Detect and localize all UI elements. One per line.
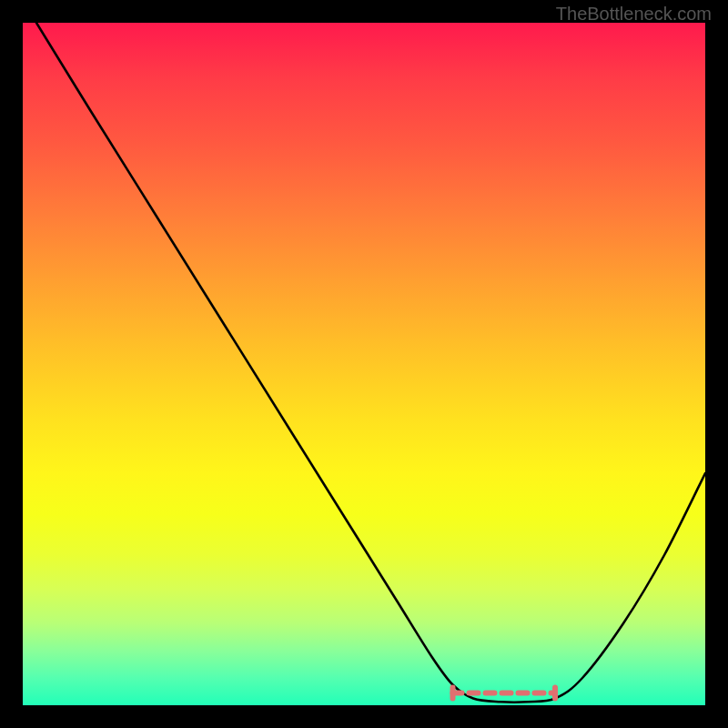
- chart-svg: [23, 23, 705, 705]
- bottleneck-curve: [36, 23, 705, 703]
- svg-rect-2: [552, 685, 558, 702]
- watermark-text: TheBottleneck.com: [556, 4, 712, 25]
- plot-area: [23, 23, 705, 705]
- flat-zone-markers: [450, 685, 559, 702]
- svg-rect-1: [450, 685, 456, 702]
